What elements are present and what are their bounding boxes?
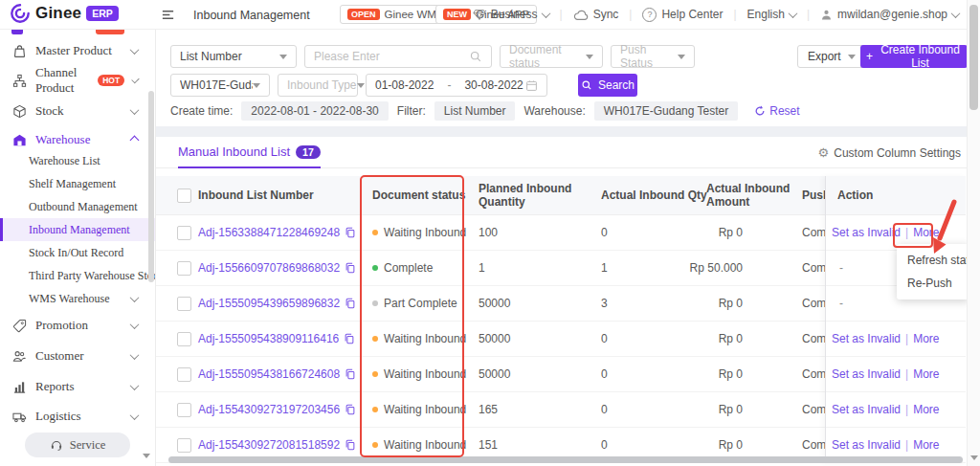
sidebar-scrollbar[interactable] (148, 91, 154, 282)
sidebar-item-reports[interactable]: Reports (0, 372, 155, 401)
row-checkbox[interactable] (177, 332, 191, 346)
row-checkbox[interactable] (177, 403, 191, 417)
sidebar-item-promotion[interactable]: Promotion (0, 311, 155, 340)
page-scrollbar-thumb[interactable] (969, 5, 978, 110)
account-menu[interactable]: mwildan@genie.shop (820, 8, 959, 21)
sidebar-subitem-label: Shelf Management (29, 177, 116, 191)
push-status-select[interactable]: Push Status (611, 45, 695, 68)
action-divider: | (905, 438, 908, 452)
actual-qty-cell: 3 (601, 297, 706, 310)
copy-icon[interactable] (344, 333, 355, 344)
reset-link[interactable]: Reset (754, 104, 799, 118)
status-dot-icon (372, 300, 378, 306)
sidebar-item-stock[interactable]: Stock (0, 97, 155, 125)
sidebar-subitem-warehouse-list[interactable]: Warehouse List (0, 149, 155, 172)
sync-menu[interactable]: Sync (573, 8, 619, 21)
custom-column-settings-button[interactable]: ⚙ Custom Column Settings (818, 137, 961, 168)
erp-badge: ERP (86, 6, 119, 21)
planned-quantity-cell: 1 (479, 261, 601, 275)
page-scrollbar[interactable] (967, 0, 980, 466)
create-inbound-list-label: Create Inbound List (879, 43, 962, 70)
sidebar-scroll-down-icon[interactable] (143, 454, 150, 458)
more-link[interactable]: More (913, 332, 939, 345)
warehouse-select[interactable]: WH017E-Gudan... (170, 74, 270, 97)
chevron-down-icon (130, 320, 140, 329)
copy-icon[interactable] (345, 404, 356, 415)
help-center-menu[interactable]: ? Help Center (642, 8, 723, 22)
set-as-invalid-link[interactable]: Set as Invalid (832, 332, 901, 345)
inbound-list-number-link[interactable]: Adj-1555095438166724608 (198, 367, 340, 381)
export-label: Export (808, 50, 841, 63)
inbound-table: Inbound List Number Document status Plan… (155, 176, 965, 463)
status-dot-icon (372, 336, 378, 342)
inbound-list-number-link[interactable]: Adj-1555095439659896832 (198, 297, 340, 310)
search-button[interactable]: Search (578, 74, 637, 97)
inbound-list-number-link[interactable]: Adj-1556609707869868032 (198, 261, 340, 275)
chevron-down-icon (130, 45, 140, 55)
sidebar-item-label: Customer (35, 348, 84, 364)
sidebar-item-customer[interactable]: Customer (0, 342, 155, 370)
inbound-list-number-link[interactable]: Adj-1554309272081518592 (198, 438, 340, 452)
row-checkbox[interactable] (177, 367, 191, 382)
copy-icon[interactable] (345, 262, 356, 274)
service-button[interactable]: Service (25, 433, 130, 457)
sidebar-subitem-stock-in-out-record[interactable]: Stock In/Out Record (0, 241, 155, 264)
set-as-invalid-link[interactable]: Set as Invalid (832, 438, 901, 452)
export-button[interactable]: Export (797, 45, 866, 68)
list-panel: Manual Inbound List 17 ⚙ Custom Column S… (155, 137, 967, 466)
row-checkbox[interactable] (177, 297, 191, 311)
sidebar-item-channel-product[interactable]: Channel ProductHOT (0, 66, 155, 95)
search-field-select[interactable]: List Number (170, 45, 297, 68)
copy-icon[interactable] (345, 227, 356, 238)
sidebar-item-master-product[interactable]: Master Product (0, 36, 155, 65)
select-all-checkbox[interactable] (177, 189, 191, 203)
more-link[interactable]: More (913, 438, 939, 452)
sidebar-item-logistics[interactable]: Logistics (0, 402, 155, 431)
date-range-picker[interactable]: 01-08-2022 - 30-08-2022 (366, 74, 547, 97)
set-as-invalid-link[interactable]: Set as Invalid (832, 226, 901, 239)
chevron-down-icon (130, 105, 140, 115)
copy-icon[interactable] (345, 298, 356, 309)
create-inbound-list-button[interactable]: + Create Inbound List (860, 45, 968, 68)
sidebar-subitem-third-party-warehouse-stocktakin[interactable]: Third Party Warehouse Stocktakin (0, 264, 155, 287)
logo[interactable]: Ginee ERP (10, 3, 119, 24)
action-column: Action Set as Invalid|More--Set as Inval… (825, 176, 966, 463)
row-checkbox[interactable] (177, 438, 191, 453)
copy-icon[interactable] (345, 439, 356, 451)
set-as-invalid-link[interactable]: Set as Invalid (832, 403, 901, 416)
sidebar-subitem-wms-warehouse[interactable]: WMS Warehouse (0, 287, 155, 310)
menu-item-re-push[interactable]: Re-Push (897, 272, 969, 295)
copy-icon[interactable] (345, 368, 356, 380)
more-link[interactable]: More (913, 403, 939, 416)
document-status-select[interactable]: Document status (500, 45, 603, 68)
row-checkbox[interactable] (177, 226, 191, 240)
sync-label: Sync (593, 8, 619, 21)
search-input[interactable]: Please Enter (304, 45, 492, 68)
amount-value: Rp 0 (719, 367, 743, 381)
status-label: Waiting Inbound (384, 226, 466, 239)
inbound-list-number-link[interactable]: Adj-1555095438909116416 (198, 332, 339, 345)
page-scroll-down-icon[interactable] (970, 455, 978, 460)
action-divider: | (905, 332, 908, 345)
horizontal-scrollbar[interactable] (168, 456, 963, 463)
sidebar: Master ProductChannel ProductHOTStockWar… (0, 29, 156, 466)
sidebar-subitem-shelf-management[interactable]: Shelf Management (0, 172, 155, 195)
row-checkbox[interactable] (177, 261, 191, 276)
sidebar-subitem-inbound-management[interactable]: Inbound Management (0, 218, 155, 241)
business-menu[interactable]: Business (473, 8, 549, 21)
menu-collapse-icon[interactable] (161, 8, 175, 22)
language-menu[interactable]: English (747, 8, 796, 21)
chevron-up-icon (130, 135, 140, 144)
filter-tag: List Number (434, 101, 516, 121)
more-link[interactable]: More (913, 226, 939, 239)
menu-item-refresh-status[interactable]: Refresh status (897, 249, 969, 272)
inbound-list-number-link[interactable]: Adj-1563388471228469248 (198, 226, 340, 239)
inbound-list-number-link[interactable]: Adj-1554309273197203456 (198, 403, 340, 416)
topbar-nav: Business | Sync | ? Help Center | Englis… (473, 0, 959, 29)
caret-down-icon (848, 55, 856, 59)
tab-manual-inbound-list[interactable]: Manual Inbound List 17 (178, 137, 321, 168)
sidebar-subitem-outbound-management[interactable]: Outbound Management (0, 195, 155, 218)
set-as-invalid-link[interactable]: Set as Invalid (832, 367, 901, 381)
more-link[interactable]: More (913, 367, 939, 381)
inbound-type-select[interactable]: Inbound Type (278, 74, 358, 97)
